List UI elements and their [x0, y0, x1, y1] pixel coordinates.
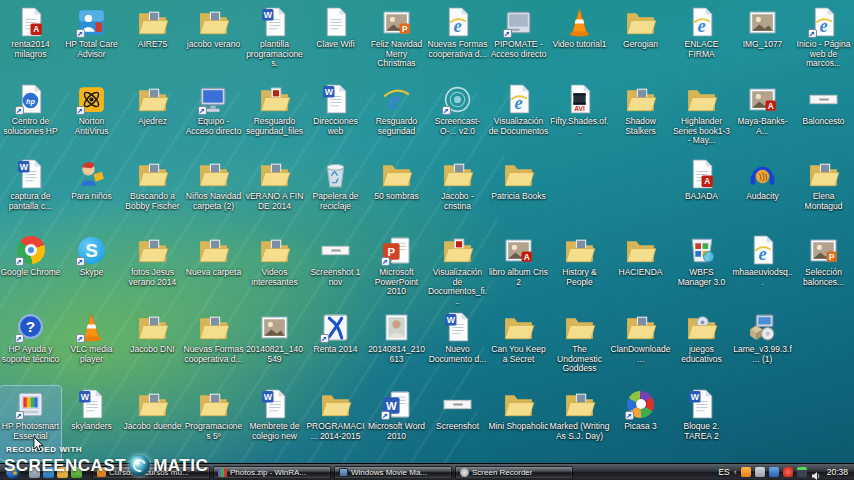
desktop-icon-baloncesto[interactable]: Baloncesto [793, 81, 854, 155]
vlc-tray-icon[interactable] [783, 467, 793, 477]
desktop-icon-feliz-navidad-merry-christmas[interactable]: PFeliz Navidad Merry Christmas [366, 4, 427, 78]
desktop-icon-direcciones-web[interactable]: WDirecciones web [305, 81, 366, 155]
desktop-icon-jacobo-cristina[interactable]: Jacobo - cristina [427, 156, 488, 230]
desktop-icon-renta-2014[interactable]: ➚Renta 2014 [305, 309, 366, 383]
display-tray-icon[interactable] [769, 467, 779, 477]
desktop-icon-papelera-de-reciclaje[interactable]: Papelera de reciclaje [305, 156, 366, 230]
desktop-icon-hp-total-care-advisor[interactable]: ➚HP Total Care Advisor [61, 4, 122, 78]
desktop-icon-centro-de-soluciones-hp[interactable]: hp➚Centro de soluciones HP [0, 81, 61, 155]
network-tray-icon[interactable] [797, 467, 807, 477]
desktop-icon-bajada[interactable]: ABAJADA [671, 156, 732, 230]
desktop-icon-selecci-n-balonces[interactable]: PSelección balonces... [793, 232, 854, 306]
desktop-icon-nuevo-documento-d[interactable]: WNuevo Documento d... [427, 309, 488, 383]
desktop-icon-norton-antivirus[interactable]: ➚Norton AntiVirus [61, 81, 122, 155]
desktop-icon-maya-banks-a[interactable]: AMaya-Banks-A... [732, 81, 793, 155]
start-button[interactable] [5, 464, 21, 480]
desktop-icon-jacobo-verano[interactable]: jacobo verano [183, 4, 244, 78]
desktop-icon-jacobo-duende[interactable]: Jacobo duende [122, 386, 183, 460]
desktop-icon-mini-shopaholic[interactable]: Mini Shopaholic [488, 386, 549, 460]
screencast-tray-icon[interactable] [741, 467, 751, 477]
taskbar-clock[interactable]: 20:38 [827, 467, 848, 477]
desktop-icon-pipomate-acceso-directo[interactable]: ➚PIPOMATE - Acceso directo [488, 4, 549, 78]
desktop-icon-plantilla-programaciones[interactable]: Wplantilla programaciones. [244, 4, 305, 78]
desktop-icon-mhaaeuviodsq[interactable]: emhaaeuviodsq... [732, 232, 793, 306]
desktop-icon-visualizaci-n-de-documentos-fi[interactable]: Visualización de Documentos_fi... [427, 232, 488, 306]
desktop-icon-aire75[interactable]: AIRE75 [122, 4, 183, 78]
desktop-icon-screencast-o-v2-0[interactable]: ➚Screencast-O-... v2.0 [427, 81, 488, 155]
desktop-icon-the-undomestic-goddess[interactable]: The Undomestic Goddess [549, 309, 610, 383]
desktop-icon-programaci-2014-2015[interactable]: PROGRAMACI... 2014-2015 [305, 386, 366, 460]
lock-tray-icon[interactable] [755, 467, 765, 477]
language-indicator[interactable]: ES [718, 467, 729, 477]
desktop-icon-resguardo-seguridad[interactable]: eResguardo seguridad [366, 81, 427, 155]
desktop-icon-skylanders[interactable]: Wskylanders [61, 386, 122, 460]
desktop-icon-vlc-media-player[interactable]: ➚VLC media player [61, 309, 122, 383]
desktop-icon-equipo-acceso-directo[interactable]: ➚Equipo - Acceso directo [183, 81, 244, 155]
desktop-icon-visualizaci-n-de-documentos[interactable]: eVisualización de Documentos [488, 81, 549, 155]
desktop-icon-elena-montagud[interactable]: Elena Montagud [793, 156, 854, 230]
desktop-icon-resguardo-seguridad-files[interactable]: Resguardo seguridad_files [244, 81, 305, 155]
desktop-icon-hp-photosmart-essential[interactable]: ➚HP Photosmart Essential [0, 386, 61, 460]
desktop-icon-fifty-shades-of[interactable]: AVIFifty.Shades.of... [549, 81, 610, 155]
taskbar-task-windows-movie-ma[interactable]: Windows Movie Ma... [334, 466, 452, 479]
quick-launch-folder-icon[interactable] [57, 467, 68, 478]
desktop-icon-microsoft-word-2010[interactable]: W➚Microsoft Word 2010 [366, 386, 427, 460]
desktop-icon-inicio-p-gina-web-de-marcos[interactable]: e➚Inicio - Página web de marcos... [793, 4, 854, 78]
desktop-icon-renta2014-milagros[interactable]: Arenta2014 milagros [0, 4, 61, 78]
desktop-icon-libro-album-cris-2[interactable]: Alibro album Cris 2 [488, 232, 549, 306]
icon-label: Microsoft Word 2010 [367, 422, 427, 441]
desktop-icon-highlander-series-book1-3-may[interactable]: Highlander Series book1-3 - May... [671, 81, 732, 155]
desktop-icon-videos-interesantes[interactable]: Videos interesantes [244, 232, 305, 306]
desktop-icon-screenshot-1-nov[interactable]: Screenshot 1 nov [305, 232, 366, 306]
desktop-icon-20140821-140549[interactable]: 20140821_140549 [244, 309, 305, 383]
desktop-icon-clave-wifi[interactable]: Clave Wifi [305, 4, 366, 78]
desktop-icon-hp-ayuda-y-soporte-t-cnico[interactable]: ?➚HP Ayuda y soporte técnico [0, 309, 61, 383]
desktop-icon-membrete-de-colegio-new[interactable]: WMembrete de colegio new [244, 386, 305, 460]
folderm-icon [197, 310, 231, 344]
desktop-icon-enlace-firma[interactable]: eENLACE FIRMA [671, 4, 732, 78]
desktop-icon-fotos-jesus-verano-2014[interactable]: fotos Jesus verano 2014 [122, 232, 183, 306]
tray-expand-chevron-icon[interactable]: ‹ [734, 467, 737, 477]
desktop-icon-img-1077[interactable]: IMG_1077 [732, 4, 793, 78]
desktop-icon-hacienda[interactable]: HACIENDA [610, 232, 671, 306]
desktop-icon-nuevas-formas-cooperativa-d[interactable]: eNuevas Formas cooperativa d... [427, 4, 488, 78]
desktop-icon-nuevas-formas-cooperativa-d[interactable]: Nuevas Formas cooperativa d... [183, 309, 244, 383]
desktop-icon-captura-de-pantalla-c[interactable]: Wcaptura de pantalla c... [0, 156, 61, 230]
volume-tray-icon[interactable] [811, 467, 821, 477]
desktop-icon-screenshot[interactable]: Screenshot [427, 386, 488, 460]
desktop-icon-marked-writing-as-s-j-day[interactable]: Marked (Writing As S.J. Day) [549, 386, 610, 460]
desktop-icon-google-chrome[interactable]: ➚Google Chrome [0, 232, 61, 306]
desktop-icon-patricia-books[interactable]: Patricia Books [488, 156, 549, 230]
desktop-icon-video-tutorial1[interactable]: Video tutorial1 [549, 4, 610, 78]
desktop-icon-skype[interactable]: S➚Skype [61, 232, 122, 306]
desktop-icon-clandownloade[interactable]: ClanDownloade... [610, 309, 671, 383]
desktop-icon-nueva-carpeta[interactable]: Nueva carpeta [183, 232, 244, 306]
quick-launch-media-icon[interactable] [71, 467, 82, 478]
taskbar-task-photos-zip-winra[interactable]: Photos.zip - WinRA... [213, 466, 331, 479]
desktop-icon-wbfs-manager-3-0[interactable]: WBFS Manager 3.0 [671, 232, 732, 306]
desktop-icon-ajedrez[interactable]: Ajedrez [122, 81, 183, 155]
desktop-icon-gerogian[interactable]: Gerogian [610, 4, 671, 78]
switch-windows-icon[interactable] [43, 467, 54, 478]
desktop-icon-can-you-keep-a-secret[interactable]: Can You Keep a Secret [488, 309, 549, 383]
desktop-icon-programaciones-5[interactable]: Programaciones 5º [183, 386, 244, 460]
desktop-icon-20140814-210613[interactable]: 20140814_210613 [366, 309, 427, 383]
desktop-icon-shadow-stalkers[interactable]: Shadow Stalkers [610, 81, 671, 155]
desktop-icon-jacobo-dni[interactable]: Jacobo DNI [122, 309, 183, 383]
desktop-icon-juegos-educativos[interactable]: juegos educativos [671, 309, 732, 383]
desktop-icon-buscando-a-bobby-fischer[interactable]: Buscando a Bobby Fischer [122, 156, 183, 230]
show-desktop-icon[interactable] [29, 467, 40, 478]
desktop-icon-audacity[interactable]: Audacity [732, 156, 793, 230]
taskbar-task-screen-recorder[interactable]: Screen Recorder [455, 466, 573, 479]
desktop-icon-lame-v3-99-3-f-1[interactable]: Lame_v3.99.3.f... (1) [732, 309, 793, 383]
desktop-icon-para-ni-os[interactable]: Para niños [61, 156, 122, 230]
desktop-icon-picasa-3[interactable]: ➚Picasa 3 [610, 386, 671, 460]
desktop-icon-ni-os-navidad-carpeta-2[interactable]: Niños Navidad carpeta (2) [183, 156, 244, 230]
desktop-icon-50-sombras[interactable]: 50 sombras [366, 156, 427, 230]
help-icon: ?➚ [14, 310, 48, 344]
desktop-icon-microsoft-powerpoint-2010[interactable]: P➚Microsoft PowerPoint 2010 [366, 232, 427, 306]
desktop-icon-bloque-2-tarea-2[interactable]: WBloque 2. TAREA 2 [671, 386, 732, 460]
desktop-icon-verano-a-fin-de-2014[interactable]: vERANO A FIN DE 2014 [244, 156, 305, 230]
desktop-icon-history-people[interactable]: History & People [549, 232, 610, 306]
taskbar-task-curso-recursos-mu[interactable]: Curso: Recursos mu... [92, 466, 210, 479]
